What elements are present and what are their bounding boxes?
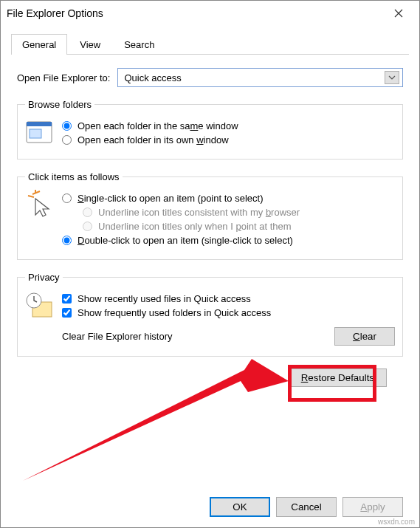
radio-same-window[interactable]	[62, 121, 72, 131]
radio-underline-point	[83, 222, 92, 231]
label-double-click: Double-click to open an item (single-cli…	[78, 235, 293, 246]
tab-page-general: Open File Explorer to: Quick access Brow…	[1, 55, 419, 387]
radio-double-click[interactable]	[62, 236, 72, 245]
tab-view[interactable]: View	[69, 34, 111, 55]
dialog-window: File Explorer Options General View Searc…	[0, 0, 420, 528]
open-to-label: Open File Explorer to:	[17, 72, 110, 83]
radio-single-click[interactable]	[62, 193, 72, 203]
folder-window-icon	[25, 117, 55, 147]
apply-button: Apply	[342, 497, 403, 517]
check-recent-files[interactable]	[62, 294, 72, 304]
click-legend: Click items as follows	[25, 171, 123, 182]
radio-own-window[interactable]	[62, 135, 72, 145]
window-title: File Explorer Options	[7, 7, 384, 19]
click-items-group: Click items as follows Single-click to o…	[17, 171, 403, 260]
svg-rect-1	[27, 122, 52, 126]
label-recent-files: Show recently used files in Quick access	[78, 293, 251, 304]
annotation-highlight	[288, 365, 376, 402]
label-frequent-folders: Show frequently used folders in Quick ac…	[78, 307, 271, 318]
label-single-click: Single-click to open an item (point to s…	[78, 193, 263, 204]
browse-legend: Browse folders	[25, 99, 94, 110]
tab-general[interactable]: General	[11, 34, 67, 55]
label-underline-point: Underline icon titles only when I point …	[98, 221, 292, 232]
chevron-down-icon	[385, 71, 399, 84]
clear-history-label: Clear File Explorer history	[62, 331, 334, 342]
label-own-window: Open each folder in its own window	[78, 134, 229, 145]
cursor-click-icon	[25, 190, 55, 219]
clear-button[interactable]: Clear	[334, 327, 395, 346]
clock-folder-icon	[25, 290, 55, 320]
close-button[interactable]	[384, 3, 413, 24]
privacy-group: Privacy Show recently used files in Quic…	[17, 272, 403, 357]
cancel-button[interactable]: Cancel	[276, 497, 337, 517]
tab-strip: General View Search	[11, 33, 409, 55]
check-frequent-folders[interactable]	[62, 308, 72, 318]
open-to-row: Open File Explorer to: Quick access	[17, 68, 403, 87]
close-icon	[394, 9, 403, 18]
open-to-value: Quick access	[124, 72, 181, 83]
open-to-select[interactable]: Quick access	[117, 68, 403, 87]
radio-underline-browser	[83, 208, 92, 217]
tab-search[interactable]: Search	[113, 34, 165, 55]
label-underline-browser: Underline icon titles consistent with my…	[98, 207, 300, 218]
dialog-footer: OK Cancel Apply	[210, 497, 403, 517]
label-same-window: Open each folder in the same window	[78, 120, 238, 131]
browse-folders-group: Browse folders Open each folder in the s…	[17, 99, 403, 160]
titlebar: File Explorer Options	[1, 1, 419, 26]
privacy-legend: Privacy	[25, 272, 63, 283]
ok-button[interactable]: OK	[210, 497, 270, 517]
watermark-text: wsxdn.com	[378, 518, 415, 526]
svg-rect-2	[30, 129, 41, 138]
